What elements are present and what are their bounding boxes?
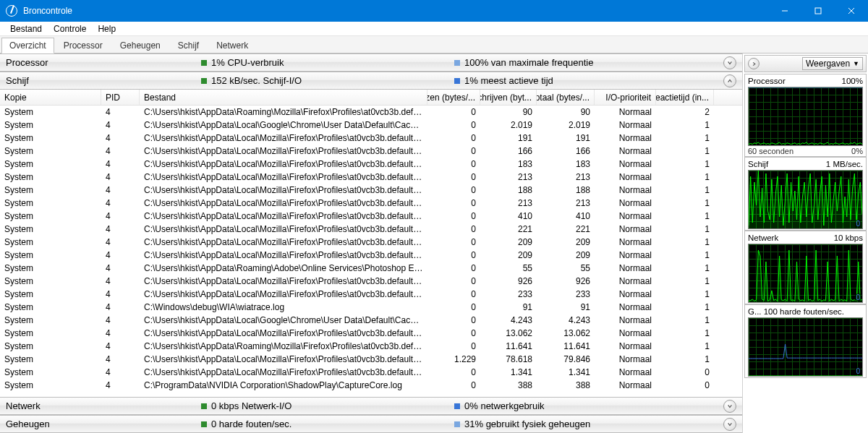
table-row[interactable]: System4C:\Users\hkist\AppData\Local\Mozi… — [0, 366, 742, 379]
cell-totaal: 13.062 — [537, 328, 595, 338]
table-row[interactable]: System4C:\Users\hkist\AppData\Local\Mozi… — [0, 197, 742, 210]
col-react[interactable]: Reactietijd (in... — [656, 90, 714, 105]
cell-pid: 4 — [101, 146, 140, 156]
section-processor[interactable]: Processor 1% CPU-verbruik 100% van maxim… — [0, 53, 742, 72]
col-lezen[interactable]: Lezen (bytes/... — [427, 90, 480, 105]
table-row[interactable]: System4C:\Users\hkist\AppData\Local\Mozi… — [0, 327, 742, 340]
chevron-up-icon[interactable] — [723, 74, 736, 87]
table-row[interactable]: System4C:\Users\hkist\AppData\Local\Goog… — [0, 119, 742, 132]
cell-prio: Normaal — [595, 107, 656, 117]
tab-processor[interactable]: Processor — [56, 38, 111, 53]
col-schrijven[interactable]: Schrijven (byt... — [480, 90, 537, 105]
menu-controle[interactable]: Controle — [48, 22, 92, 35]
cell-totaal: 11.641 — [537, 341, 595, 351]
tab-overzicht[interactable]: Overzicht — [1, 38, 54, 53]
sidebar-chart-panel: Netwerk10 kbps0 — [744, 231, 867, 304]
cell-pid: 4 — [101, 107, 140, 117]
section-schijf-name: Schijf — [6, 75, 201, 86]
table-row[interactable]: System4C:\Users\hkist\AppData\Local\Mozi… — [0, 184, 742, 197]
cell-lezen: 0 — [427, 367, 480, 377]
cell-totaal: 191 — [537, 133, 595, 143]
sidebar-chart-panel: G... 100 harde fouten/sec.0 — [744, 304, 867, 378]
cell-pid: 4 — [101, 289, 140, 299]
table-row[interactable]: System4C:\Users\hkist\AppData\Roaming\Mo… — [0, 106, 742, 119]
cell-react: 1 — [656, 172, 714, 182]
cell-prio: Normaal — [595, 237, 656, 247]
col-prio[interactable]: I/O-prioriteit — [595, 90, 656, 105]
menu-help[interactable]: Help — [92, 22, 122, 35]
cell-react: 1 — [656, 198, 714, 208]
cell-lezen: 0 — [427, 302, 480, 312]
cell-schrijven: 213 — [480, 172, 537, 182]
chart-scale: 1 MB/sec. — [826, 160, 863, 168]
chart-graph: 0 — [748, 244, 863, 303]
cell-kopie: System — [0, 211, 101, 221]
cell-schrijven: 209 — [480, 250, 537, 260]
cell-pid: 4 — [101, 198, 140, 208]
cell-totaal: 4.243 — [537, 315, 595, 325]
cell-kopie: System — [0, 354, 101, 364]
maximize-button[interactable] — [801, 0, 835, 22]
cell-pid: 4 — [101, 276, 140, 286]
col-bestand[interactable]: Bestand — [140, 90, 427, 105]
table-row[interactable]: System4C:\Users\hkist\AppData\Local\Mozi… — [0, 158, 742, 171]
tab-netwerk[interactable]: Netwerk — [208, 38, 256, 53]
col-kopie[interactable]: Kopie — [0, 90, 101, 105]
tab-schijf[interactable]: Schijf — [170, 38, 207, 53]
chevron-down-icon[interactable] — [723, 56, 736, 69]
disk-table-body[interactable]: System4C:\Users\hkist\AppData\Roaming\Mo… — [0, 106, 742, 397]
table-row[interactable]: System4C:\Users\hkist\AppData\Local\Mozi… — [0, 223, 742, 236]
cell-pid: 4 — [101, 367, 140, 377]
cell-react: 1 — [656, 211, 714, 221]
table-row[interactable]: System4C:\Users\hkist\AppData\Local\Mozi… — [0, 171, 742, 184]
table-row[interactable]: System4C:\Users\hkist\AppData\Local\Mozi… — [0, 145, 742, 158]
menu-bestand[interactable]: Bestand — [4, 22, 48, 35]
table-row[interactable]: System4C:\Users\hkist\AppData\Roaming\Ad… — [0, 262, 742, 275]
cell-bestand: C:\Users\hkist\AppData\Local\Mozilla\Fir… — [140, 172, 427, 182]
cell-bestand: C:\Users\hkist\AppData\Local\Mozilla\Fir… — [140, 185, 427, 195]
table-row[interactable]: System4C:\Users\hkist\AppData\Roaming\Mo… — [0, 340, 742, 353]
table-row[interactable]: System4C:\Users\hkist\AppData\Local\Mozi… — [0, 132, 742, 145]
cell-lezen: 0 — [427, 237, 480, 247]
cell-react: 0 — [656, 380, 714, 390]
col-totaal[interactable]: Totaal (bytes/... — [537, 90, 595, 105]
cell-pid: 4 — [101, 302, 140, 312]
cell-lezen: 0 — [427, 380, 480, 390]
tab-geheugen[interactable]: Geheugen — [112, 38, 169, 53]
views-dropdown[interactable]: Weergaven▼ — [802, 57, 863, 70]
netwerk-stat1-dot-icon — [201, 403, 207, 409]
table-row[interactable]: System4C:\Users\hkist\AppData\Local\Mozi… — [0, 353, 742, 366]
section-netwerk[interactable]: Netwerk 0 kbps Netwerk-I/O 0% netwerkgeb… — [0, 397, 742, 415]
chart-scale: 100% — [842, 77, 863, 85]
cell-lezen: 0 — [427, 263, 480, 273]
table-row[interactable]: System4C:\Users\hkist\AppData\Local\Mozi… — [0, 249, 742, 262]
table-row[interactable]: System4C:\Windows\debug\WIA\wiatrace.log… — [0, 301, 742, 314]
dropdown-arrow-icon: ▼ — [853, 60, 859, 67]
table-row[interactable]: System4C:\Users\hkist\AppData\Local\Goog… — [0, 314, 742, 327]
cell-kopie: System — [0, 159, 101, 169]
table-row[interactable]: System4C:\Users\hkist\AppData\Local\Mozi… — [0, 210, 742, 223]
cell-schrijven: 410 — [480, 211, 537, 221]
cell-react: 1 — [656, 302, 714, 312]
chevron-right-icon[interactable] — [748, 58, 760, 69]
section-geheugen[interactable]: Geheugen 0 harde fouten/sec. 31% gebruik… — [0, 415, 742, 433]
close-button[interactable] — [835, 0, 868, 22]
cell-schrijven: 4.243 — [480, 315, 537, 325]
chevron-down-icon[interactable] — [723, 400, 736, 413]
section-processor-name: Processor — [6, 57, 201, 68]
col-pid[interactable]: PID — [101, 90, 140, 105]
cell-lezen: 0 — [427, 107, 480, 117]
cell-pid: 4 — [101, 237, 140, 247]
cell-kopie: System — [0, 276, 101, 286]
table-row[interactable]: System4C:\ProgramData\NVIDIA Corporation… — [0, 379, 742, 392]
table-row[interactable]: System4C:\Users\hkist\AppData\Local\Mozi… — [0, 275, 742, 288]
section-schijf[interactable]: Schijf 152 kB/sec. Schijf-I/O 1% meest a… — [0, 72, 742, 90]
cell-lezen: 0 — [427, 185, 480, 195]
window-title: Broncontrole — [23, 6, 768, 16]
table-row[interactable]: System4C:\Users\hkist\AppData\Local\Mozi… — [0, 288, 742, 301]
cell-schrijven: 2.019 — [480, 120, 537, 130]
sidebar: Weergaven▼ Processor100%60 seconden0%Sch… — [743, 53, 868, 433]
minimize-button[interactable] — [768, 0, 801, 22]
chevron-down-icon[interactable] — [723, 418, 736, 431]
table-row[interactable]: System4C:\Users\hkist\AppData\Local\Mozi… — [0, 236, 742, 249]
